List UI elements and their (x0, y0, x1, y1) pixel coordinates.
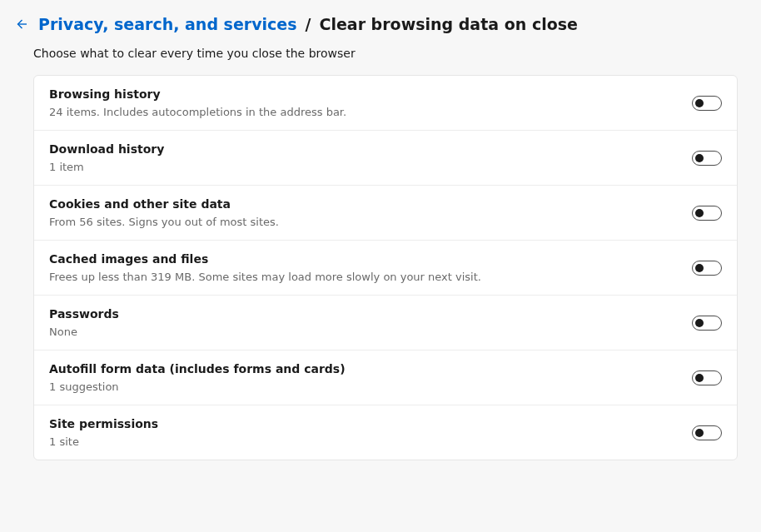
toggle-knob (695, 99, 704, 107)
toggle-browsing-history[interactable] (692, 96, 722, 111)
toggle-site-permissions[interactable] (692, 425, 722, 440)
row-site-permissions: Site permissions 1 site (34, 405, 737, 460)
row-title: Cached images and files (49, 252, 481, 266)
breadcrumb-current: Clear browsing data on close (319, 15, 577, 33)
toggle-knob (695, 154, 704, 162)
toggle-download-history[interactable] (692, 151, 722, 166)
row-title: Cookies and other site data (49, 197, 279, 211)
row-desc: 1 suggestion (49, 380, 346, 393)
row-desc: 1 site (49, 435, 158, 448)
row-autofill: Autofill form data (includes forms and c… (34, 351, 737, 405)
row-passwords: Passwords None (34, 296, 737, 351)
page-subtitle: Choose what to clear every time you clos… (33, 47, 738, 60)
back-arrow-icon[interactable] (15, 17, 28, 31)
row-cookies: Cookies and other site data From 56 site… (34, 186, 737, 241)
row-title: Site permissions (49, 417, 158, 430)
toggle-autofill[interactable] (692, 370, 722, 385)
row-title: Download history (49, 142, 164, 156)
row-browsing-history: Browsing history 24 items. Includes auto… (34, 76, 737, 131)
row-title: Browsing history (49, 87, 346, 101)
breadcrumb: Privacy, search, and services / Clear br… (15, 15, 738, 33)
row-desc: 24 items. Includes autocompletions in th… (49, 106, 346, 118)
toggle-knob (695, 209, 704, 217)
row-desc: Frees up less than 319 MB. Some sites ma… (49, 271, 481, 283)
row-desc: None (49, 326, 119, 338)
toggle-passwords[interactable] (692, 316, 722, 331)
row-title: Passwords (49, 307, 119, 321)
breadcrumb-parent-link[interactable]: Privacy, search, and services (38, 15, 297, 33)
toggle-cookies[interactable] (692, 206, 722, 221)
row-desc: From 56 sites. Signs you out of most sit… (49, 216, 279, 228)
toggle-knob (695, 264, 704, 272)
breadcrumb-separator: / (306, 15, 311, 33)
settings-card: Browsing history 24 items. Includes auto… (33, 75, 738, 460)
row-desc: 1 item (49, 161, 164, 173)
toggle-knob (695, 374, 704, 382)
toggle-knob (695, 319, 704, 327)
row-title: Autofill form data (includes forms and c… (49, 362, 346, 375)
toggle-cached-images[interactable] (692, 261, 722, 276)
toggle-knob (695, 429, 704, 437)
row-download-history: Download history 1 item (34, 131, 737, 186)
row-cached-images: Cached images and files Frees up less th… (34, 241, 737, 296)
